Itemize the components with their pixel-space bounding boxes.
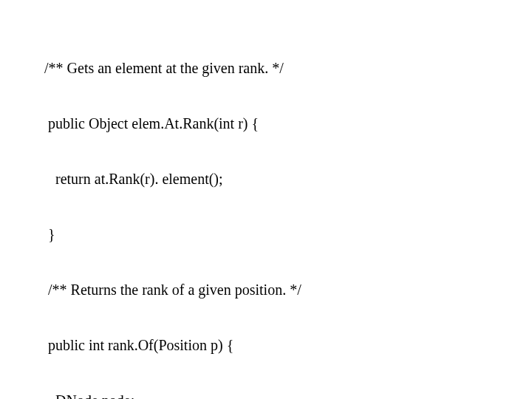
code-line: public Object elem.At.Rank(int r) { bbox=[44, 115, 301, 133]
code-block: /** Gets an element at the given rank. *… bbox=[44, 22, 301, 399]
code-line: /** Returns the rank of a given position… bbox=[44, 281, 301, 299]
code-line: public int rank.Of(Position p) { bbox=[44, 336, 301, 355]
code-line: DNode node; bbox=[44, 392, 301, 399]
code-line: /** Gets an element at the given rank. *… bbox=[44, 59, 301, 78]
slide-page: /** Gets an element at the given rank. *… bbox=[0, 0, 532, 399]
code-line: return at.Rank(r). element(); bbox=[44, 170, 301, 188]
code-line: } bbox=[44, 225, 301, 244]
